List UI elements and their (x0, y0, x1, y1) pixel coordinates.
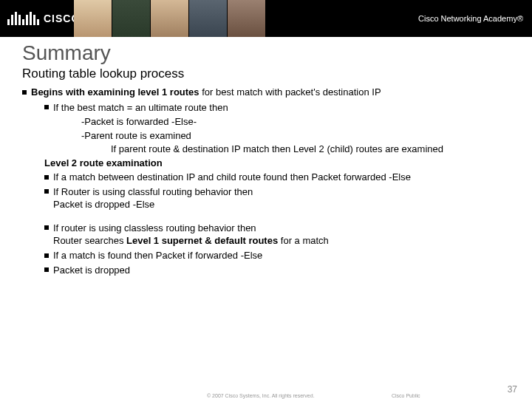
text: for a match (278, 235, 329, 246)
text: If parent route & destination IP match t… (111, 143, 443, 154)
bullet-level2: If Router is using classful routing beha… (22, 185, 510, 211)
bullet-level1: Begins with examining level 1 routes for… (22, 86, 510, 99)
slide-subtitle: Routing table lookup process (0, 66, 532, 86)
bullet-icon (44, 175, 49, 180)
text: If a match between destination IP and ch… (53, 171, 411, 183)
content-block-2: If router is using classless routing beh… (22, 222, 510, 276)
cisco-bars-icon (7, 12, 39, 25)
bullet-level2: If a match between destination IP and ch… (22, 171, 510, 184)
bullet-level2: Packet is dropped (22, 264, 510, 277)
bullet-level3: -Packet is forwarded -Else- (22, 115, 510, 129)
bullet-level2: Level 2 route examination (22, 157, 510, 170)
text: -Parent route is examined (81, 130, 191, 141)
public-label: Cisco Public (392, 393, 420, 398)
cisco-logo: CISCO (0, 12, 80, 25)
text-bold: Level 1 supernet & default routes (126, 235, 278, 246)
copyright-text: © 2007 Cisco Systems, Inc. All rights re… (207, 393, 315, 398)
text: Packet is dropped -Else (44, 199, 154, 210)
bullet-icon (22, 90, 27, 95)
text: Packet is dropped (53, 265, 130, 276)
text: for best match with packet's destination… (200, 86, 381, 98)
text-bold: Begins with examining level 1 routes (31, 86, 200, 98)
bullet-level2: If router is using classless routing beh… (22, 222, 510, 248)
bullet-level4: If parent route & destination IP match t… (22, 143, 510, 156)
text: If the best match = an ultimate route th… (53, 102, 228, 113)
text: If router is using classless routing beh… (53, 222, 256, 233)
bullet-icon (44, 189, 49, 194)
slide-title: Summary (0, 37, 532, 66)
academy-label: Cisco Networking Academy® (418, 14, 523, 23)
slide-content: Begins with examining level 1 routes for… (0, 86, 532, 276)
bullet-level2: If the best match = an ultimate route th… (22, 101, 510, 115)
slide-header: CISCO Cisco Networking Academy® (0, 0, 532, 37)
bullet-icon (44, 225, 49, 230)
text: -Packet is forwarded -Else- (81, 116, 197, 127)
header-photo-strip (74, 0, 266, 37)
page-number: 37 (508, 384, 517, 395)
bullet-level3: -Parent route is examined (22, 129, 510, 143)
text: If Router is using classful routing beha… (53, 186, 253, 197)
bullet-level2: If a match is found then Packet if forwa… (22, 249, 510, 262)
text: Router searches (44, 235, 126, 246)
bullet-icon (44, 105, 49, 109)
bullet-icon (44, 253, 49, 258)
text: If a match is found then Packet if forwa… (53, 250, 262, 261)
bullet-icon (44, 267, 49, 272)
text-bold: Level 2 route examination (44, 157, 163, 168)
